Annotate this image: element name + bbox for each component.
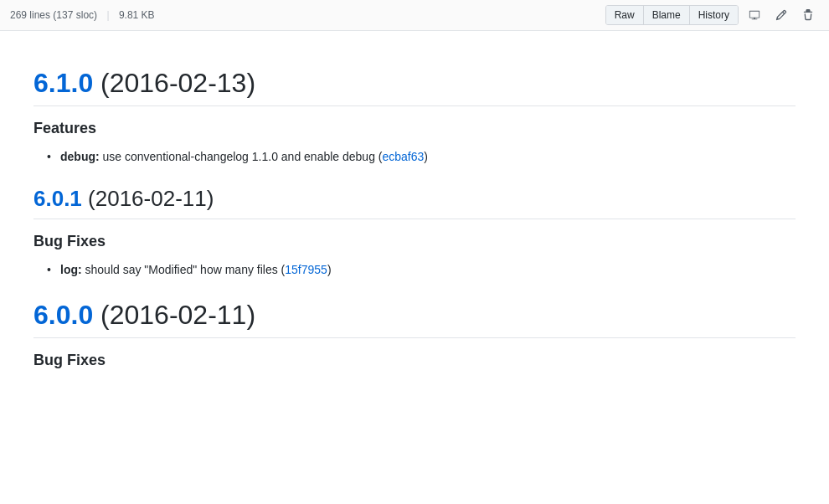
item-category: log: (60, 263, 82, 276)
version-link-610[interactable]: 6.1.0 (33, 68, 93, 98)
separator: | (106, 9, 109, 21)
list-item: debug: use conventional-changelog 1.1.0 … (47, 147, 796, 166)
item-text-after: ) (327, 263, 332, 276)
item-text: should say "Modified" how many files ( (85, 263, 286, 276)
version-link-601[interactable]: 6.0.1 (33, 186, 82, 211)
version-date-601: (2016-02-11) (88, 186, 214, 211)
version-section-600: 6.0.0 (2016-02-11) Bug Fixes (33, 300, 796, 369)
file-info: 269 lines (137 sloc) | 9.81 KB (10, 9, 155, 21)
toolbar: 269 lines (137 sloc) | 9.81 KB Raw Blame… (0, 0, 829, 31)
version-heading-610: 6.1.0 (2016-02-13) (33, 68, 796, 106)
delete-icon-button[interactable] (797, 6, 819, 24)
version-link-600[interactable]: 6.0.0 (33, 300, 93, 330)
commit-link-15f7955[interactable]: 15f7955 (285, 263, 327, 276)
version-date-610: (2016-02-13) (100, 68, 255, 98)
history-button[interactable]: History (690, 6, 738, 24)
desktop-icon-button[interactable] (744, 6, 765, 24)
section-heading-bugfixes-600: Bug Fixes (33, 352, 796, 369)
view-actions: Raw Blame History (605, 5, 739, 25)
monitor-icon (749, 9, 760, 21)
blame-button[interactable]: Blame (644, 6, 690, 24)
item-category: debug: (60, 150, 100, 163)
toolbar-actions: Raw Blame History (605, 5, 819, 25)
file-size: 9.81 KB (119, 9, 155, 21)
version-heading-600: 6.0.0 (2016-02-11) (33, 300, 796, 338)
file-lines: 269 lines (137 sloc) (10, 9, 97, 21)
version-section-601: 6.0.1 (2016-02-11) Bug Fixes log: should… (33, 186, 796, 279)
main-content: 6.1.0 (2016-02-13) Features debug: use c… (0, 31, 829, 416)
features-list-610: debug: use conventional-changelog 1.1.0 … (47, 147, 796, 166)
item-text: use conventional-changelog 1.1.0 and ena… (103, 150, 383, 163)
trash-icon (802, 9, 814, 21)
section-heading-bugfixes-601: Bug Fixes (33, 233, 796, 250)
commit-link-ecbaf63[interactable]: ecbaf63 (382, 150, 424, 163)
version-section-610: 6.1.0 (2016-02-13) Features debug: use c… (33, 68, 796, 166)
raw-button[interactable]: Raw (606, 6, 644, 24)
section-heading-features-610: Features (33, 120, 796, 137)
pencil-icon (775, 9, 787, 21)
item-text-after: ) (424, 150, 428, 163)
version-date-600: (2016-02-11) (100, 300, 255, 330)
version-heading-601: 6.0.1 (2016-02-11) (33, 186, 796, 219)
bugfixes-list-601: log: should say "Modified" how many file… (47, 260, 796, 279)
list-item: log: should say "Modified" how many file… (47, 260, 796, 279)
edit-icon-button[interactable] (770, 6, 792, 24)
